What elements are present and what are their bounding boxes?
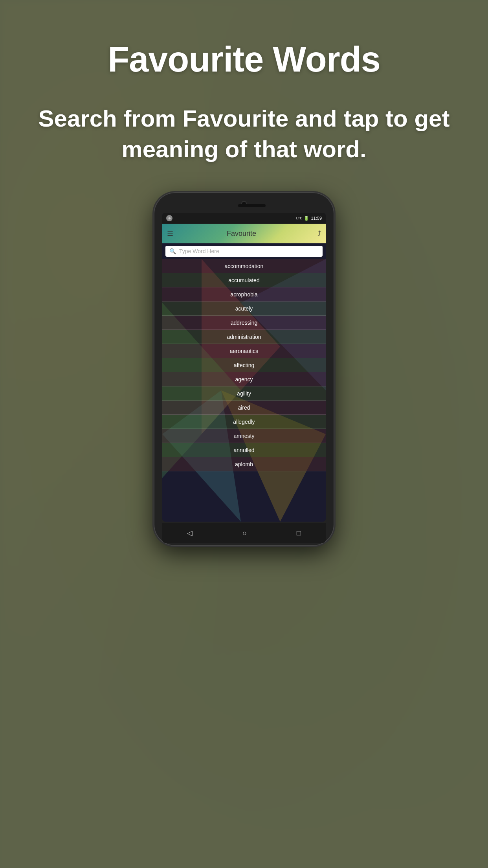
word-text: agility — [237, 390, 251, 397]
word-text: annulled — [234, 447, 255, 453]
word-text: aeronautics — [230, 348, 258, 354]
word-list-item[interactable]: accumulated — [162, 273, 326, 287]
phone-speaker — [238, 204, 266, 207]
word-text: affecting — [234, 362, 255, 368]
status-left: ⊙ — [166, 215, 172, 221]
content-wrapper: Favourite Words Search from Favourite an… — [0, 0, 488, 868]
share-icon[interactable]: ⤴ — [317, 230, 321, 238]
phone-screen: ⊙ LTE 🔋 11:59 ☰ Favourite ⤴ 🔍 — [162, 213, 326, 522]
word-text: amnesty — [234, 433, 255, 439]
word-text: aired — [238, 405, 250, 411]
word-text: agency — [235, 376, 253, 383]
word-text: acrophobia — [230, 291, 257, 298]
bottom-nav: ◁ ○ □ — [162, 523, 326, 543]
word-list-item[interactable]: administration — [162, 330, 326, 344]
phone-frame: ⊙ LTE 🔋 11:59 ☰ Favourite ⤴ 🔍 — [154, 192, 334, 546]
word-list-item[interactable]: accommodation — [162, 259, 326, 273]
phone-mockup: ⊙ LTE 🔋 11:59 ☰ Favourite ⤴ 🔍 — [154, 192, 334, 546]
app-bar-title: Favourite — [165, 230, 317, 238]
word-list-item[interactable]: acutely — [162, 302, 326, 316]
word-text: acutely — [235, 305, 253, 312]
word-text: addressing — [231, 320, 258, 326]
word-list-item[interactable]: agility — [162, 386, 326, 401]
status-right: LTE 🔋 11:59 — [296, 216, 322, 221]
word-list-item[interactable]: affecting — [162, 358, 326, 372]
word-list-container: accommodationaccumulatedacrophobiaacutel… — [162, 259, 326, 471]
search-input[interactable]: Type Word Here — [179, 248, 319, 254]
word-text: aplomb — [235, 461, 253, 467]
word-text: allegedly — [233, 419, 255, 425]
word-list-item[interactable]: addressing — [162, 316, 326, 330]
word-list: accommodationaccumulatedacrophobiaacutel… — [162, 259, 326, 522]
word-list-item[interactable]: aired — [162, 401, 326, 415]
battery-icon: 🔋 — [304, 216, 309, 221]
word-list-item[interactable]: agency — [162, 372, 326, 386]
word-list-item[interactable]: aplomb — [162, 457, 326, 471]
recent-button[interactable]: □ — [297, 529, 301, 537]
word-text: accumulated — [228, 277, 259, 283]
back-button[interactable]: ◁ — [187, 529, 193, 537]
word-text: accommodation — [225, 263, 264, 269]
search-bar[interactable]: 🔍 Type Word Here — [165, 246, 323, 257]
page-title: Favourite Words — [108, 39, 380, 80]
word-text: administration — [227, 334, 261, 340]
word-list-item[interactable]: aeronautics — [162, 344, 326, 358]
word-list-item[interactable]: amnesty — [162, 429, 326, 443]
notification-icon: ⊙ — [166, 215, 172, 221]
app-bar: ☰ Favourite ⤴ — [162, 224, 326, 243]
search-icon: 🔍 — [169, 248, 176, 254]
word-list-item[interactable]: acrophobia — [162, 287, 326, 302]
home-button[interactable]: ○ — [242, 529, 247, 537]
signal-icon: LTE — [296, 216, 303, 220]
page-subtitle: Search from Favourite and tap to get mea… — [0, 103, 488, 165]
status-bar: ⊙ LTE 🔋 11:59 — [162, 213, 326, 224]
word-list-item[interactable]: annulled — [162, 443, 326, 457]
time-display: 11:59 — [311, 216, 322, 221]
word-list-item[interactable]: allegedly — [162, 415, 326, 429]
